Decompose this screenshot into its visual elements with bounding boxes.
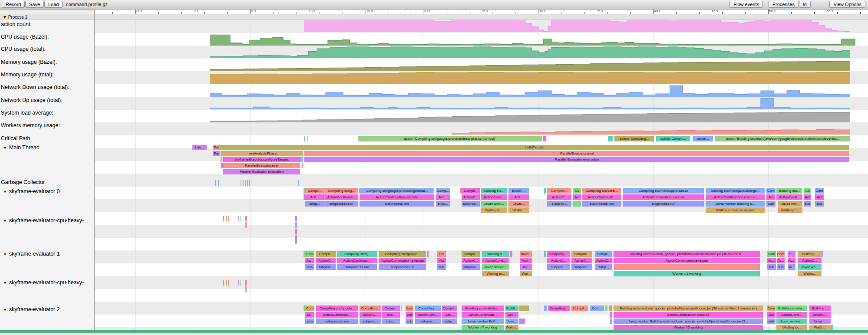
skyframe-evaluator-cpu-heavy-0-event-bar[interactable] — [228, 216, 229, 221]
skyframe-evaluator-cpu-heavy-1-event-bar[interactable] — [223, 280, 224, 286]
skyframe-evaluator-2-event-bar[interactable]: ActionC... — [809, 312, 831, 318]
skyframe-evaluator-0-event-bar[interactable]: subproc... — [462, 201, 480, 207]
skyframe-evaluator-1-event-bar[interactable]: Javac worker... — [482, 264, 509, 270]
skyframe-evaluator-2-event-bar[interactable]: ActionContinuati... — [462, 312, 504, 318]
skyframe-evaluator-2-event-bar[interactable]: Building src/main/jav... — [462, 305, 504, 311]
main-thread-event-bar[interactable]: ParallelEvaluator.eval — [304, 151, 849, 156]
skyframe-evaluator-0-event-bar[interactable]: Act — [573, 194, 581, 200]
skyframe-evaluator-2-event-bar[interactable]: Compiling ... — [415, 305, 441, 311]
critical-path-event-bar[interactable]: action 'Compili... — [656, 136, 690, 141]
skyframe-evaluator-2-event-bar[interactable]: Acti... — [442, 312, 457, 318]
skyframe-evaluator-1-event-bar[interactable]: Javac wo... — [798, 264, 822, 270]
skyframe-evaluator-0-event-bar[interactable]: Co — [804, 188, 811, 194]
skyframe-evaluator-1-event-bar[interactable]: Ac... — [788, 258, 795, 263]
skyframe-evaluator-0-event-bar[interactable]: Building src/main/java/com/go... — [706, 188, 765, 194]
skyframe-evaluator-1-event-bar[interactable]: Compiling src/g... — [337, 251, 377, 257]
skyframe-evaluator-2-event-bar[interactable]: subprocess.run — [316, 319, 358, 324]
garbage-collector-event-bar[interactable] — [215, 180, 216, 186]
skyframe-evaluator-0-event-bar[interactable]: subproc... — [547, 201, 571, 207]
skyframe-evaluator-1-event-bar[interactable]: Jav... — [520, 264, 532, 270]
skyframe-evaluator-1-event-bar[interactable] — [427, 251, 429, 257]
skyframe-evaluator-1-event-bar[interactable]: Acti... — [520, 258, 532, 263]
skyframe-evaluator-2-event-bar[interactable]: Compiling... — [548, 305, 570, 311]
flow-events-button[interactable]: Flow events — [729, 1, 763, 8]
critical-path-event-bar[interactable]: action... — [693, 136, 713, 141]
skyframe-evaluator-0-event-bar[interactable]: Javac... — [508, 201, 529, 207]
main-thread-event-bar[interactable] — [300, 157, 303, 162]
skyframe-evaluator-0-event-bar[interactable]: Compil... — [305, 188, 324, 194]
skyframe-evaluator-1-event-bar[interactable]: Act — [437, 258, 446, 263]
track-label-network-down-usage-total[interactable]: Network Down usage (total): — [0, 84, 94, 91]
skyframe-evaluator-2-event-bar[interactable]: Acti... — [382, 312, 400, 318]
main-thread-event-bar[interactable]: ParallelEvaluator.eval — [223, 163, 300, 168]
skyframe-evaluator-1-event-bar[interactable]: Compilin... — [571, 251, 592, 257]
skyframe-evaluator-1-event-bar[interactable]: Build... — [520, 251, 532, 257]
expand-arrow-icon[interactable]: ▼ — [0, 252, 9, 256]
view-options-button[interactable]: View Options — [829, 1, 865, 8]
main-thread-event-bar[interactable]: Par — [213, 151, 220, 156]
track-label-critical-path[interactable]: Critical Path — [0, 135, 94, 142]
skyframe-evaluator-0-event-bar[interactable]: subprocess.run — [623, 201, 704, 207]
skyframe-evaluator-1-event-bar[interactable] — [614, 264, 760, 270]
skyframe-evaluator-1-event-bar[interactable] — [304, 251, 305, 257]
skyframe-evaluator-2-event-bar[interactable]: Java... — [505, 319, 518, 324]
skyframe-evaluator-cpu-heavy-0-event-bar[interactable] — [238, 216, 239, 221]
skyframe-evaluator-cpu-heavy-0-event-bar[interactable] — [245, 216, 247, 221]
skyframe-evaluator-2-event-bar[interactable]: Building ... — [809, 305, 831, 311]
expand-arrow-icon[interactable]: ▼ — [0, 190, 9, 194]
skyframe-evaluator-cpu-heavy-1-event-bar[interactable] — [245, 286, 247, 292]
critical-path-event-bar[interactable]: action 'Compiling src/google/protobuf/de… — [358, 136, 542, 141]
skyframe-evaluator-2-event-bar[interactable]: Compil... — [571, 305, 588, 311]
skyframe-evaluator-1-event-bar[interactable]: Building... — [798, 251, 822, 257]
timeline-canvas[interactable]: action 'Compiling src/google/protobuf/de… — [95, 20, 868, 335]
skyframe-evaluator-2-event-bar[interactable] — [401, 305, 402, 311]
skyframe-evaluator-0-event-bar[interactable]: Compiling src/main/cpp/blaze.cc — [623, 188, 704, 194]
skyframe-evaluator-0-event-bar[interactable]: Com — [766, 188, 776, 194]
skyframe-evaluator-2-event-bar[interactable]: ActionContinuation.execute — [614, 312, 763, 318]
garbage-collector-event-bar[interactable] — [298, 180, 299, 186]
skyframe-evaluator-2-event-bar[interactable]: Buildi... — [505, 305, 518, 311]
main-thread-event-bar[interactable] — [221, 157, 222, 162]
skyframe-evaluator-2-event-bar[interactable]: Javac worker... — [776, 319, 807, 324]
load-button[interactable]: Load — [44, 1, 63, 8]
skyframe-evaluator-1-event-bar[interactable]: Compil... — [595, 251, 612, 257]
skyframe-evaluator-2-event-bar[interactable] — [610, 312, 612, 318]
skyframe-evaluator-2-event-bar[interactable]: Waiting to... — [776, 325, 807, 330]
skyframe-evaluator-1-event-bar[interactable]: subproc... — [462, 264, 480, 270]
skyframe-evaluator-2-event-bar[interactable] — [544, 305, 547, 311]
main-thread-event-bar[interactable]: Lau... — [192, 145, 207, 150]
skyframe-evaluator-cpu-heavy-0-event-bar[interactable] — [295, 222, 297, 228]
skyframe-evaluator-0-event-bar[interactable]: Waiting to... — [778, 207, 802, 213]
skyframe-evaluator-1-event-bar[interactable]: ActionContinuation.execute — [379, 258, 426, 263]
skyframe-evaluator-1-event-bar[interactable] — [544, 251, 546, 257]
track-label-cpu-usage-total[interactable]: CPU usage (total): — [0, 46, 94, 53]
track-label-workers-memory-usage[interactable]: Workers memory usage: — [0, 122, 94, 129]
skyframe-evaluator-2-event-bar[interactable] — [605, 305, 607, 311]
track-label-skyframe-evaluator-cpu-heavy[interactable]: ▼skyframe-evaluator-cpu-heavy- — [0, 279, 94, 286]
critical-path-event-bar[interactable] — [304, 136, 305, 141]
skyframe-evaluator-cpu-heavy-1-event-bar[interactable] — [226, 280, 227, 286]
skyframe-evaluator-cpu-heavy-0-event-bar[interactable] — [226, 216, 227, 221]
critical-path-event-bar[interactable] — [608, 136, 613, 141]
skyframe-evaluator-2-event-bar[interactable]: subproc... — [415, 319, 441, 324]
skyframe-evaluator-0-event-bar[interactable]: subprocess.run — [360, 201, 434, 207]
skyframe-evaluator-0-event-bar[interactable]: Building src... — [776, 188, 802, 194]
skyframe-evaluator-cpu-heavy-0-event-bar[interactable] — [295, 229, 297, 234]
skyframe-evaluator-0-event-bar[interactable]: Acti... — [436, 194, 450, 200]
skyframe-evaluator-0-event-bar[interactable]: Act — [766, 194, 776, 200]
track-label-memory-usage-total[interactable]: Memory usage (total): — [0, 72, 94, 78]
skyframe-evaluator-cpu-heavy-1-event-bar[interactable] — [238, 280, 239, 286]
skyframe-evaluator-0-event-bar[interactable]: Compilin... — [547, 188, 571, 194]
skyframe-evaluator-1-event-bar[interactable]: Co — [437, 251, 446, 257]
skyframe-evaluator-0-event-bar[interactable] — [544, 188, 546, 194]
skyframe-evaluator-cpu-heavy-0-event-bar[interactable] — [295, 242, 297, 244]
save-button[interactable]: Save — [25, 1, 44, 8]
skyframe-evaluator-2-event-bar[interactable]: sub — [406, 319, 413, 324]
skyframe-evaluator-2-event-bar[interactable]: Compil... — [442, 305, 457, 311]
skyframe-evaluator-2-event-bar[interactable]: Ac... — [305, 312, 314, 318]
skyframe-evaluator-0-event-bar[interactable]: ActionContinuati... — [324, 194, 358, 200]
skyframe-evaluator-1-event-bar[interactable]: sub — [767, 264, 776, 270]
process-header[interactable]: ▼ Process 1 — [0, 14, 868, 20]
skyframe-evaluator-0-event-bar[interactable]: Act — [815, 194, 824, 200]
skyframe-evaluator-0-event-bar[interactable]: ActionContinuation.execute — [623, 194, 704, 200]
